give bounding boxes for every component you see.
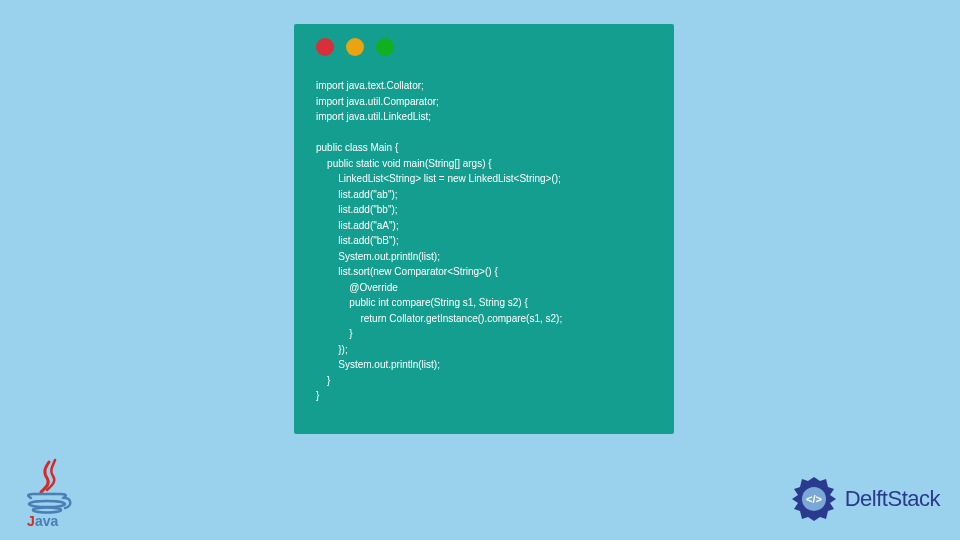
java-logo-text: ava [35,513,59,529]
java-logo: J ava [18,458,80,530]
delftstack-icon: </> [789,474,839,524]
close-icon [316,38,334,56]
svg-text:J: J [27,513,35,529]
code-block: import java.text.Collator; import java.u… [316,78,656,404]
delftstack-logo: </> DelftStack [789,474,940,524]
window-controls [316,38,656,56]
minimize-icon [346,38,364,56]
svg-point-0 [29,501,65,507]
maximize-icon [376,38,394,56]
svg-text:</>: </> [806,493,822,505]
code-window: import java.text.Collator; import java.u… [294,24,674,434]
delftstack-label: DelftStack [845,486,940,512]
svg-point-1 [33,508,61,513]
